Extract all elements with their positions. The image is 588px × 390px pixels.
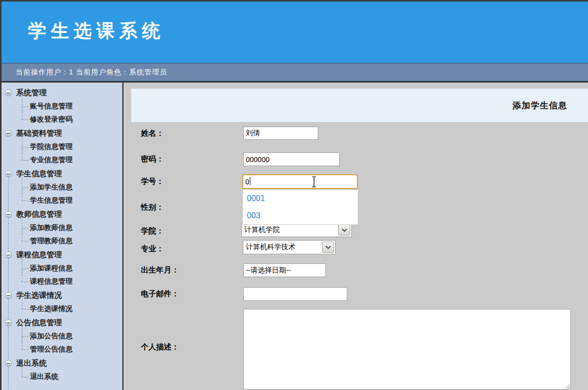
sidebar-item-label: 添加学生信息 (30, 183, 72, 192)
page-title: 添加学生信息 (512, 100, 567, 111)
sidebar-item-label: 添加公告信息 (30, 332, 72, 341)
text-cursor-icon (311, 176, 317, 187)
name-label: 姓名： (141, 127, 217, 140)
sidebar-item[interactable]: 学生选课情况 (2, 302, 122, 316)
collapse-minus-icon[interactable] (5, 252, 12, 258)
sidebar-group[interactable]: 课程信息管理 (2, 248, 122, 262)
name-input[interactable] (243, 127, 318, 140)
status-bar: 当前操作用户：1 当前用户角色：系统管理员 (2, 63, 588, 81)
sidebar-item-label: 管理公告信息 (30, 345, 72, 354)
sidebar-item-label: 账号信息管理 (30, 102, 72, 111)
suggestion-item[interactable]: 003 (243, 207, 358, 224)
chevron-down-icon (325, 246, 331, 249)
sidebar-item[interactable]: 添加课程信息 (2, 262, 122, 275)
student-course-system-page: 学生选课系统 当前操作用户：1 当前用户角色：系统管理员 系统管理账号信息管理修… (0, 0, 588, 390)
sidebar-item[interactable]: 专业信息管理 (2, 153, 122, 167)
birthdate-label: 出生年月： (141, 263, 217, 277)
sidebar-group-label: 学生选课情况 (16, 291, 62, 300)
sidebar-group[interactable]: 教师信息管理 (2, 207, 122, 221)
sidebar-group[interactable]: 系统管理 (2, 86, 122, 100)
sidebar-item-label: 学院信息管理 (30, 142, 72, 151)
description-textarea[interactable] (243, 309, 571, 389)
email-label: 电子邮件： (141, 287, 217, 301)
app-title: 学生选课系统 (28, 19, 165, 44)
college-select-arrow-button[interactable] (338, 224, 350, 236)
sidebar-item-label: 退出系统 (30, 372, 58, 381)
collapse-minus-icon[interactable] (5, 292, 12, 299)
sidebar-item[interactable]: 管理教师信息 (2, 235, 122, 248)
sidebar-item[interactable]: 学院信息管理 (2, 140, 122, 153)
sidebar-item-label: 修改登录密码 (30, 115, 72, 124)
sidebar-item-label: 学生信息管理 (30, 196, 72, 205)
status-text: 当前操作用户：1 当前用户角色：系统管理员 (16, 68, 167, 77)
sidebar-item[interactable]: 添加学生信息 (2, 181, 122, 194)
college-select-value: 计算机学院 (242, 225, 338, 235)
college-label: 学院： (141, 226, 217, 236)
major-select-value: 计算机科学技术 (243, 243, 322, 252)
major-select-arrow-button[interactable] (322, 242, 334, 253)
sidebar-group-label: 系统管理 (16, 88, 47, 98)
description-label: 个人描述： (141, 342, 217, 352)
collapse-minus-icon[interactable] (5, 90, 12, 96)
major-select[interactable]: 计算机科学技术 (243, 240, 336, 254)
sidebar-group-label: 课程信息管理 (16, 250, 62, 260)
sidebar-nav-tree: 系统管理账号信息管理修改登录密码基础资料管理学院信息管理专业信息管理学生信息管理… (2, 83, 122, 390)
password-label: 密码： (141, 152, 217, 166)
sidebar-group[interactable]: 公告信息管理 (2, 316, 122, 330)
sidebar-item-label: 课程信息管理 (30, 277, 72, 286)
sidebar-item-label: 添加课程信息 (30, 264, 72, 273)
student-id-input[interactable] (242, 174, 358, 189)
password-input[interactable] (243, 152, 340, 166)
sidebar-item[interactable]: 账号信息管理 (2, 100, 122, 113)
student-id-suggestion-list: 0001003 (242, 190, 358, 225)
college-select[interactable]: 计算机学院 (241, 223, 352, 237)
sidebar-item-label: 添加教师信息 (30, 223, 72, 232)
form-title-panel: 添加学生信息 (131, 89, 588, 122)
major-label: 专业： (141, 244, 217, 254)
sidebar-group[interactable]: 基础资料管理 (2, 126, 122, 140)
student-id-label: 学号： (141, 174, 217, 189)
sidebar-item[interactable]: 管理公告信息 (2, 343, 122, 356)
sidebar-group-label: 教师信息管理 (16, 210, 62, 219)
sidebar-group-label: 退出系统 (16, 359, 47, 368)
collapse-minus-icon[interactable] (5, 211, 12, 218)
sidebar-item[interactable]: 添加教师信息 (2, 221, 122, 235)
birthdate-input[interactable] (243, 263, 326, 277)
collapse-minus-icon[interactable] (5, 320, 12, 326)
app-header: 学生选课系统 (2, 2, 588, 63)
sidebar-group-label: 公告信息管理 (16, 318, 62, 328)
collapse-minus-icon[interactable] (5, 130, 12, 137)
collapse-minus-icon[interactable] (5, 171, 12, 177)
sidebar-item[interactable]: 学生信息管理 (2, 194, 122, 207)
sidebar-item[interactable]: 添加公告信息 (2, 330, 122, 343)
sidebar-item[interactable]: 修改登录密码 (2, 113, 122, 126)
suggestion-item[interactable]: 0001 (243, 190, 358, 207)
sidebar-item-label: 专业信息管理 (30, 155, 72, 165)
email-input[interactable] (243, 287, 347, 301)
sidebar-group-label: 基础资料管理 (16, 129, 62, 138)
sidebar-group[interactable]: 退出系统 (2, 356, 122, 370)
gender-label: 性别： (141, 202, 217, 212)
main-content: 添加学生信息 姓名： 密码： 学号： 0001003 性别： 学院： 计算机学院 (124, 83, 588, 390)
collapse-minus-icon[interactable] (5, 360, 12, 367)
text-caret (250, 177, 250, 185)
sidebar-group[interactable]: 学生信息管理 (2, 167, 122, 181)
sidebar-item-label: 学生选课情况 (30, 304, 72, 314)
sidebar-group-label: 学生信息管理 (16, 169, 62, 179)
resize-grip-icon[interactable] (564, 383, 570, 388)
chevron-down-icon (342, 228, 347, 232)
sidebar-group[interactable]: 学生选课情况 (2, 288, 122, 302)
sidebar-item[interactable]: 课程信息管理 (2, 275, 122, 288)
sidebar-item-label: 管理教师信息 (30, 237, 72, 246)
sidebar-item[interactable]: 退出系统 (2, 370, 122, 383)
